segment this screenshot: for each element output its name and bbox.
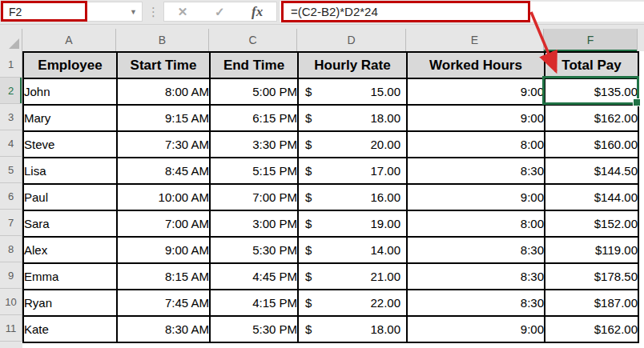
cell-A7[interactable]: Sara [23, 210, 117, 237]
cell-D7[interactable]: $19.00 [298, 210, 407, 237]
row-header-10[interactable]: 10 [0, 289, 22, 315]
spreadsheet-app: F2 ▼ ⋮ ✕ ✓ fx =(C2-B2)*D2*24 A B C D E F [0, 0, 644, 348]
header-hourly-rate[interactable]: Hourly Rate [298, 52, 407, 78]
row-header-7[interactable]: 7 [0, 210, 22, 236]
cell-E6[interactable]: 9:00 [407, 184, 545, 210]
cancel-icon[interactable]: ✕ [178, 5, 188, 19]
column-header-c[interactable]: C [209, 29, 297, 51]
cell-B6[interactable]: 10:00 AM [117, 184, 210, 210]
cell-A6[interactable]: Paul [23, 184, 117, 210]
cell-D3[interactable]: $18.00 [298, 105, 407, 131]
currency-symbol: $ [305, 322, 312, 336]
row-header-5[interactable]: 5 [0, 157, 22, 183]
cell-A10[interactable]: Ryan [23, 290, 117, 316]
cell-C4[interactable]: 3:30 PM [210, 131, 298, 158]
column-header-f[interactable]: F [544, 29, 638, 51]
cell-B2[interactable]: 8:00 AM [117, 78, 210, 105]
cell-A9[interactable]: Emma [23, 263, 117, 290]
row-header-2[interactable]: 2 [0, 78, 22, 104]
cell-A8[interactable]: Alex [23, 237, 117, 263]
rate-value: 22.00 [370, 296, 400, 310]
header-worked-hours[interactable]: Worked Hours [407, 52, 545, 78]
cell-B7[interactable]: 7:00 AM [117, 210, 210, 237]
cell-C2[interactable]: 5:00 PM [210, 78, 298, 105]
row-header-6[interactable]: 6 [0, 183, 22, 210]
cell-A3[interactable]: Mary [23, 105, 117, 131]
cell-D11[interactable]: $18.00 [298, 316, 407, 342]
cell-E7[interactable]: 8:00 [407, 210, 545, 237]
table-row: Mary9:15 AM6:15 PM$18.009:00$162.00 [23, 105, 638, 131]
insert-function-icon[interactable]: fx [252, 4, 263, 20]
currency-symbol: $ [305, 217, 312, 230]
cell-D2[interactable]: $15.00 [298, 78, 407, 105]
cell-D10[interactable]: $22.00 [298, 290, 407, 316]
separator-dots-icon: ⋮ [147, 2, 159, 22]
cell-E2[interactable]: 9:00 [407, 78, 545, 105]
cell-A4[interactable]: Steve [23, 131, 117, 158]
cell-F4[interactable]: $160.00 [545, 131, 638, 158]
header-end-time[interactable]: End Time [210, 52, 298, 78]
cell-D6[interactable]: $16.00 [298, 184, 407, 210]
cell-E3[interactable]: 9:00 [407, 105, 545, 131]
select-all-corner[interactable] [0, 29, 22, 51]
cell-E8[interactable]: 8:30 [407, 237, 545, 263]
currency-symbol: $ [305, 296, 312, 310]
cell-C11[interactable]: 5:30 PM [210, 316, 298, 342]
cell-B11[interactable]: 8:30 AM [117, 316, 210, 342]
cell-F5[interactable]: $144.50 [545, 158, 638, 184]
cell-D8[interactable]: $14.00 [298, 237, 407, 263]
cell-D4[interactable]: $20.00 [298, 131, 407, 158]
cell-C5[interactable]: 5:15 PM [210, 158, 298, 184]
cell-F9[interactable]: $178.50 [545, 263, 638, 290]
cell-F2[interactable]: $135.00 [545, 78, 638, 105]
cell-F10[interactable]: $187.00 [545, 290, 638, 316]
cell-C6[interactable]: 7:00 PM [210, 184, 298, 210]
cell-C8[interactable]: 5:30 PM [210, 237, 298, 263]
cell-B3[interactable]: 9:15 AM [117, 105, 210, 131]
column-header-a[interactable]: A [22, 29, 116, 51]
cell-B4[interactable]: 7:30 AM [117, 131, 210, 158]
rate-value: 17.00 [370, 164, 400, 178]
row-header-8[interactable]: 8 [0, 236, 22, 262]
cell-C9[interactable]: 4:45 PM [210, 263, 298, 290]
cell-B5[interactable]: 8:45 AM [117, 158, 210, 184]
rate-value: 18.00 [370, 322, 400, 336]
cell-C7[interactable]: 3:00 PM [210, 210, 298, 237]
cell-D5[interactable]: $17.00 [298, 158, 407, 184]
cell-A5[interactable]: Lisa [23, 158, 117, 184]
header-start-time[interactable]: Start Time [117, 52, 210, 78]
cell-A11[interactable]: Kate [23, 316, 117, 342]
cell-B9[interactable]: 8:15 AM [117, 263, 210, 290]
currency-symbol: $ [305, 270, 312, 283]
cell-E5[interactable]: 8:30 [407, 158, 545, 184]
cell-D9[interactable]: $21.00 [298, 263, 407, 290]
cell-C10[interactable]: 4:15 PM [210, 290, 298, 316]
chevron-down-icon[interactable]: ▼ [130, 8, 137, 16]
enter-icon[interactable]: ✓ [215, 5, 225, 19]
row-header-1[interactable]: 1 [0, 51, 22, 78]
cell-E4[interactable]: 8:00 [407, 131, 545, 158]
cell-A2[interactable]: John [23, 78, 117, 105]
currency-symbol: $ [305, 243, 312, 257]
cell-C3[interactable]: 6:15 PM [210, 105, 298, 131]
row-header-4[interactable]: 4 [0, 130, 22, 157]
cell-F8[interactable]: $119.00 [545, 237, 638, 263]
column-header-e[interactable]: E [406, 29, 544, 51]
cell-E9[interactable]: 8:30 [407, 263, 545, 290]
row-number-gutter: 1234567891011 [0, 51, 22, 348]
column-header-d[interactable]: D [297, 29, 406, 51]
row-header-9[interactable]: 9 [0, 262, 22, 289]
cell-F6[interactable]: $144.00 [545, 184, 638, 210]
cell-E10[interactable]: 8:30 [407, 290, 545, 316]
cell-F3[interactable]: $162.00 [545, 105, 638, 131]
row-header-3[interactable]: 3 [0, 104, 22, 130]
column-header-b[interactable]: B [116, 29, 209, 51]
cell-B8[interactable]: 9:00 AM [117, 237, 210, 263]
row-header-11[interactable]: 11 [0, 315, 22, 342]
cell-E11[interactable]: 9:00 [407, 316, 545, 342]
header-total-pay[interactable]: Total Pay [545, 52, 638, 78]
cell-F11[interactable]: $162.00 [545, 316, 638, 342]
cell-B10[interactable]: 7:45 AM [117, 290, 210, 316]
header-employee[interactable]: Employee [23, 52, 117, 78]
cell-F7[interactable]: $152.00 [545, 210, 638, 237]
